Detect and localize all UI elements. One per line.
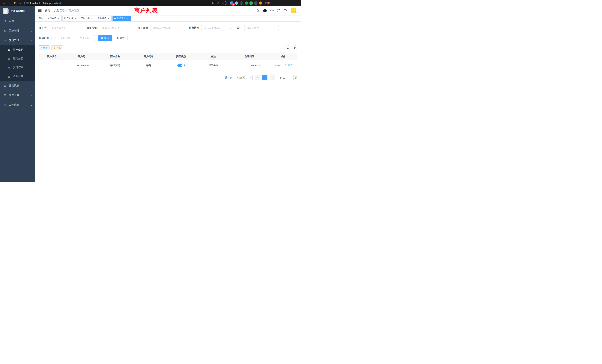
bookmark-star-icon[interactable]: ☆	[222, 2, 224, 4]
sidebar-item-workflow[interactable]: ≣ 工作流程 ∨	[0, 100, 35, 110]
extension-green-icon[interactable]	[245, 1, 248, 5]
cell-short-name: 芋艿	[132, 60, 165, 71]
sidebar-item-payment[interactable]: ¥ 支付管理 ∧	[0, 36, 35, 45]
delete-link-label: 删除	[287, 64, 292, 67]
font-size-small: T	[286, 10, 287, 11]
user-avatar[interactable]: ▾	[291, 8, 298, 13]
tab-refund-order[interactable]: 退款订单 ×	[96, 16, 112, 21]
page-number-button[interactable]: 1	[262, 75, 268, 80]
sidebar-item-label: 支付管理	[9, 39, 19, 42]
extensions-puzzle-icon[interactable]	[254, 1, 258, 5]
chevron-down-icon: ∨	[31, 104, 32, 106]
close-icon[interactable]: ×	[127, 17, 129, 20]
share-icon[interactable]	[217, 2, 219, 4]
browser-back-icon[interactable]: ←	[2, 0, 7, 5]
extension-badge: 10	[232, 3, 235, 6]
breadcrumb-separator: /	[52, 9, 53, 12]
goto-page-input[interactable]	[286, 75, 294, 80]
add-button[interactable]: + 新增	[39, 45, 50, 50]
prev-page-button[interactable]: ‹	[255, 75, 260, 80]
sidebar-item-label: 应用信息	[13, 57, 23, 60]
sidebar-logo[interactable]: 芋道管理系统	[0, 6, 35, 16]
sidebar-item-pay-order[interactable]: ◎ 支付订单	[0, 63, 35, 72]
sidebar-item-merchant-info[interactable]: ▤ 商户信息	[0, 45, 35, 54]
full-name-input[interactable]	[100, 25, 134, 31]
browser-toolbar: ← → ↻ ⌂ ⓘ localhost:1024/pay/merchant ☆ …	[0, 0, 301, 6]
browser-menu-icon[interactable]: ⋮	[271, 1, 274, 5]
browser-forward-icon[interactable]: →	[7, 0, 12, 5]
browser-home-icon[interactable]: ⌂	[17, 0, 22, 5]
extension-dark-icon[interactable]	[240, 1, 243, 5]
extension-notes-icon[interactable]	[249, 1, 253, 5]
card-icon: ▤	[8, 48, 11, 51]
close-icon[interactable]: ×	[91, 17, 93, 20]
tab-home[interactable]: 首页	[37, 16, 45, 21]
tab-label: 支付订单	[81, 17, 90, 20]
tab-process-form[interactable]: 流程表单 ×	[46, 16, 62, 21]
status-toggle[interactable]	[177, 64, 185, 67]
sidebar-item-home[interactable]: ◷ 首页	[0, 16, 35, 26]
sidebar-item-devtools[interactable]: ⊞ 研发工具 ∨	[0, 90, 35, 100]
sidebar-toggle-icon[interactable]	[38, 10, 42, 12]
sidebar-item-refund-order[interactable]: ▥ 退款订单	[0, 72, 35, 81]
grid-icon: ▦	[8, 57, 11, 60]
extension-drop-icon[interactable]	[235, 1, 238, 5]
browser-update-button[interactable]: 更新	[265, 1, 270, 5]
next-page-button[interactable]: ›	[270, 75, 275, 80]
date-start-placeholder: 开始日期	[57, 36, 74, 40]
toggle-search-icon[interactable]	[285, 45, 290, 50]
status-select[interactable]: 请选择开启状态 ∨	[201, 25, 233, 31]
search-button-label: 搜索	[104, 36, 109, 40]
search-button[interactable]: 搜索	[98, 35, 112, 41]
sidebar-menu: ◷ 首页 ⚙ 系统管理 ∨ ¥ 支付管理 ∧ ▤ 商户信息 ▦ 应用信	[0, 16, 35, 182]
url-bar[interactable]: ⓘ localhost:1024/pay/merchant ☆	[24, 1, 226, 5]
merchant-no-input[interactable]	[49, 25, 83, 31]
breadcrumb-item[interactable]: 支付管理	[54, 9, 64, 12]
help-icon[interactable]: ?	[270, 9, 274, 12]
tab-user-group[interactable]: 用户分组 ×	[63, 16, 78, 21]
tab-pay-order[interactable]: 支付订单 ×	[79, 16, 95, 21]
pagination-total-count: 1	[228, 76, 229, 79]
reset-button[interactable]: ↻ 重置	[114, 35, 128, 41]
close-icon[interactable]: ×	[107, 17, 110, 20]
extension-apps-icon[interactable]: 10	[230, 1, 233, 5]
close-icon[interactable]: ×	[74, 17, 76, 20]
close-icon[interactable]: ×	[57, 17, 60, 20]
export-button[interactable]: 导出	[51, 45, 63, 50]
delete-link[interactable]: 删除	[284, 64, 292, 67]
remark-input[interactable]	[244, 25, 279, 31]
sidebar-item-system[interactable]: ⚙ 系统管理 ∨	[0, 26, 35, 36]
page-size-select[interactable]: 10条/页 ∨	[235, 75, 253, 80]
date-range-picker[interactable]: 开始日期 - 结束日期	[52, 35, 95, 41]
browser-reload-icon[interactable]: ↻	[12, 0, 17, 5]
cell-merchant-id: 1	[39, 60, 65, 71]
tab-merchant-info[interactable]: 商户信息 ×	[112, 16, 131, 21]
trash-icon	[284, 64, 287, 66]
chevron-down-icon: ∨	[31, 85, 32, 87]
col-merchant-no: 商户号	[65, 53, 98, 60]
password-key-icon[interactable]	[212, 2, 215, 4]
edit-link[interactable]: ✎修改	[274, 64, 281, 67]
cell-remark: 我是备注	[196, 60, 230, 71]
plus-icon: +	[41, 46, 42, 49]
github-icon[interactable]	[263, 9, 267, 12]
tab-label: 退款订单	[97, 17, 106, 20]
tab-label: 商户信息	[117, 17, 126, 20]
extensions-cluster: 10	[230, 1, 262, 5]
pagination-total-prefix: 共	[225, 76, 227, 79]
url-text[interactable]: localhost:1024/pay/merchant	[30, 2, 210, 4]
breadcrumb-item[interactable]: 首页	[45, 9, 50, 12]
header-search-icon[interactable]	[256, 9, 259, 12]
font-size-icon[interactable]: TT	[284, 9, 287, 12]
browser-profile-avatar[interactable]	[259, 1, 262, 5]
short-name-input[interactable]	[150, 25, 185, 31]
sidebar-item-infra[interactable]: ⊟ 基础设施 ∨	[0, 81, 35, 90]
fullscreen-icon[interactable]	[277, 9, 280, 12]
sidebar-item-app-info[interactable]: ▦ 应用信息	[0, 54, 35, 63]
url-host: localhost	[30, 2, 40, 4]
site-info-icon[interactable]: ⓘ	[26, 1, 29, 5]
refresh-table-icon[interactable]: ↻	[292, 45, 297, 50]
filter-row-1: 商户号 商户全称 商户简称 开启状态 请选择开启状态 ∨	[39, 25, 297, 31]
main-area: 商户列表 首页 / 支付管理 / 商户信息 ? TT	[35, 6, 301, 182]
workflow-icon: ≣	[4, 103, 7, 107]
